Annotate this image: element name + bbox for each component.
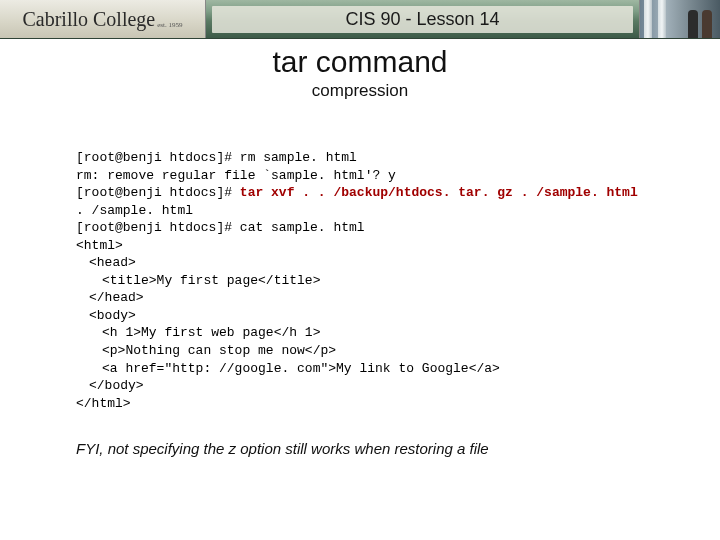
term-line: [root@benji htdocs]# cat sample. html bbox=[76, 219, 720, 237]
term-line: [root@benji htdocs]# bbox=[76, 150, 240, 165]
lesson-label: CIS 90 - Lesson 14 bbox=[212, 6, 633, 33]
term-line: <h 1>My first web page</h 1> bbox=[76, 324, 320, 342]
footnote: FYI, not specifying the z option still w… bbox=[76, 440, 720, 457]
term-line: . /sample. html bbox=[76, 202, 720, 220]
logo-subtext: est. 1959 bbox=[157, 21, 182, 29]
term-line: </head> bbox=[76, 289, 144, 307]
term-line: </body> bbox=[76, 377, 144, 395]
slide-subtitle: compression bbox=[0, 81, 720, 101]
term-line: <html> bbox=[76, 237, 720, 255]
term-line: rm sample. html bbox=[240, 150, 357, 165]
term-line: <a href="http: //google. com">My link to… bbox=[76, 360, 500, 378]
logo-text: Cabrillo College bbox=[22, 8, 155, 31]
term-highlight: tar xvf . . /backup/htdocs. tar. gz . /s… bbox=[240, 185, 638, 200]
term-line: <head> bbox=[76, 254, 136, 272]
header-bar: Cabrillo College est. 1959 CIS 90 - Less… bbox=[0, 0, 720, 39]
title-area: tar command compression bbox=[0, 45, 720, 101]
term-line: rm: remove regular file `sample. html'? … bbox=[76, 167, 720, 185]
college-logo: Cabrillo College est. 1959 bbox=[0, 0, 206, 38]
term-line: [root@benji htdocs]# bbox=[76, 185, 240, 200]
term-line: </html> bbox=[76, 395, 720, 413]
terminal-output: [root@benji htdocs]# rm sample. html rm:… bbox=[76, 149, 720, 412]
term-line: <title>My first page</title> bbox=[76, 272, 320, 290]
term-line: <body> bbox=[76, 307, 136, 325]
term-line: <p>Nothing can stop me now</p> bbox=[76, 342, 336, 360]
slide-title: tar command bbox=[0, 45, 720, 79]
header-photo bbox=[639, 0, 720, 38]
